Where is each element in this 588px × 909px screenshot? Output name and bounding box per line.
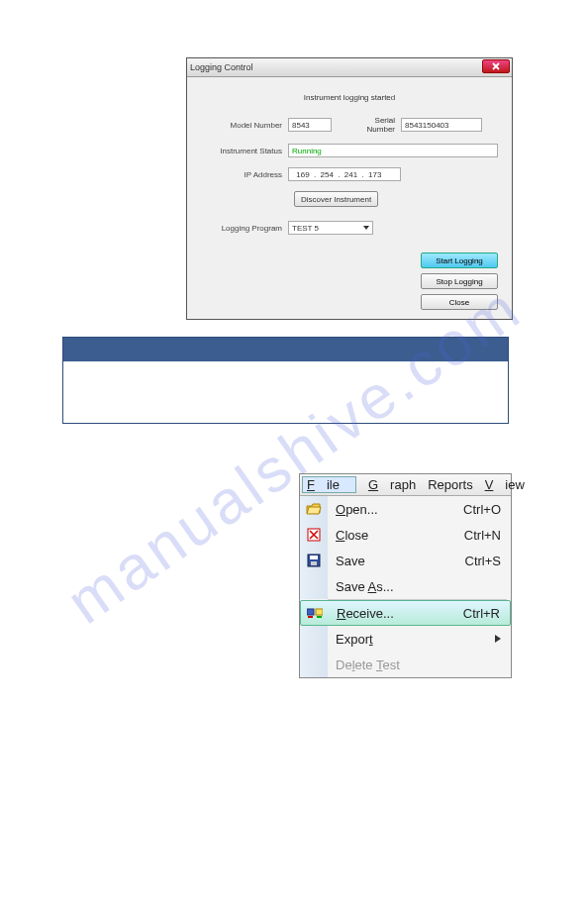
submenu-arrow-icon <box>495 635 501 643</box>
ip-field[interactable]: 169. 254. 241. 173 <box>288 167 401 181</box>
menubar-image: File Graph Reports View Open... Ctrl+O C… <box>299 473 512 678</box>
ip-octet-3: 241 <box>340 170 361 179</box>
model-label: Model Number <box>201 121 288 130</box>
open-shortcut: Ctrl+O <box>463 502 501 517</box>
stripe-bar <box>63 338 508 361</box>
svg-rect-2 <box>310 556 318 559</box>
receive-shortcut: Ctrl+R <box>463 606 500 621</box>
save-shortcut: Ctrl+S <box>465 554 501 568</box>
close-button[interactable] <box>482 59 510 73</box>
folder-open-icon <box>306 502 322 516</box>
dialog-title: Logging Control <box>190 62 253 72</box>
svg-rect-3 <box>311 561 317 565</box>
ip-octet-4: 173 <box>364 170 386 179</box>
stop-logging-button[interactable]: Stop Logging <box>421 273 498 289</box>
dialog-heading: Instrument logging started <box>201 93 498 102</box>
menu-receive[interactable]: Receive... Ctrl+R <box>300 600 511 626</box>
model-value: 8543 <box>288 118 332 132</box>
menu-save-as[interactable]: Save As... <box>300 573 511 599</box>
close-shortcut: Ctrl+N <box>464 528 501 543</box>
status-label: Instrument Status <box>201 147 288 155</box>
menu-open[interactable]: Open... Ctrl+O <box>300 496 511 522</box>
ip-label: IP Address <box>201 170 288 179</box>
stripe-box <box>62 337 509 424</box>
close-dialog-button[interactable]: Close <box>421 294 498 310</box>
menu-close[interactable]: Close Ctrl+N <box>300 522 511 548</box>
menu-graph[interactable]: Graph <box>368 477 416 492</box>
dialog-titlebar: Logging Control <box>187 58 512 77</box>
menu-view[interactable]: View <box>485 477 525 492</box>
serial-value: 8543150403 <box>401 118 482 132</box>
svg-rect-5 <box>316 609 323 615</box>
program-label: Logging Program <box>201 224 288 233</box>
close-icon <box>491 62 501 70</box>
receive-icon <box>307 606 323 620</box>
menu-delete-test: Delete Test <box>300 652 511 677</box>
logging-control-dialog: Logging Control Instrument logging start… <box>186 57 513 320</box>
start-logging-button[interactable]: Start Logging <box>421 252 498 268</box>
menu-save[interactable]: Save Ctrl+S <box>300 548 511 573</box>
dialog-body: Instrument logging started Model Number … <box>187 77 512 254</box>
save-icon <box>307 554 321 567</box>
svg-rect-6 <box>308 616 313 618</box>
menu-export[interactable]: Export <box>300 626 511 652</box>
close-file-icon <box>307 528 321 542</box>
svg-rect-7 <box>317 616 322 618</box>
program-value: TEST 5 <box>292 224 319 233</box>
menubar: File Graph Reports View <box>300 474 511 496</box>
chevron-down-icon <box>363 226 369 230</box>
discover-button[interactable]: Discover Instrument <box>294 191 378 207</box>
svg-rect-4 <box>307 609 314 615</box>
menu-reports[interactable]: Reports <box>428 477 473 492</box>
serial-label: Serial Number <box>345 116 401 134</box>
ip-octet-2: 254 <box>316 170 338 179</box>
program-combo[interactable]: TEST 5 <box>288 221 373 235</box>
status-value: Running <box>288 144 498 157</box>
file-dropdown: Open... Ctrl+O Close Ctrl+N Save Ctrl+S … <box>300 496 511 677</box>
menu-file[interactable]: File <box>302 476 356 493</box>
ip-octet-1: 169 <box>292 170 314 179</box>
